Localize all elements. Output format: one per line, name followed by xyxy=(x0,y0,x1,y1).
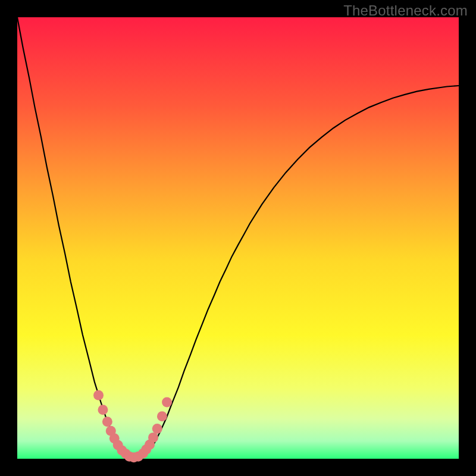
curve-svg xyxy=(17,17,459,459)
marker-dot xyxy=(102,416,112,427)
marker-dot xyxy=(162,397,172,408)
marker-dot xyxy=(152,424,162,434)
watermark-label: TheBottleneck.com xyxy=(343,2,468,19)
outer-frame: TheBottleneck.com xyxy=(0,0,476,476)
marker-dot xyxy=(98,405,108,415)
bottleneck-curve xyxy=(17,17,459,458)
marker-dot xyxy=(157,411,167,421)
marker-group xyxy=(93,390,172,463)
marker-dot xyxy=(93,390,104,400)
plot-area xyxy=(17,17,459,459)
marker-dot xyxy=(148,433,158,443)
